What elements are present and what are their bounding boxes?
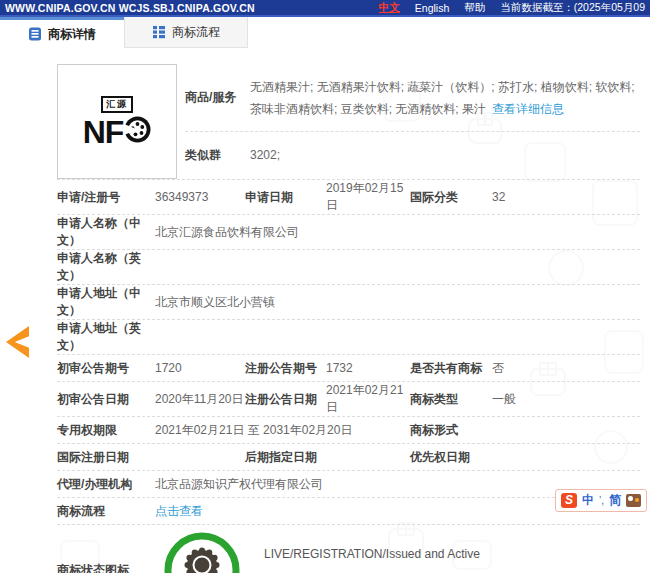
field-value: 2020年11月20日 [155,391,245,408]
field-label: 申请/注册号 [57,189,155,206]
tab-trademark-process[interactable]: 商标流程 [124,17,248,48]
field-label: 注册公告期号 [245,360,326,377]
goods-services-label: 商品/服务 [185,89,250,106]
field-label: 申请人地址（英文） [57,320,155,354]
field-label: 申请人地址（中文） [57,285,155,319]
field-label: 国际注册日期 [57,449,155,466]
fruit-slice-c-icon [123,116,151,148]
field-label: 初审公告期号 [57,360,155,377]
field-value: 否 [492,360,640,377]
field-label: 注册公告日期 [245,391,326,408]
field-label: 申请日期 [245,189,326,206]
similar-group-value: 3202; [250,144,640,166]
field-value: 2021年02月21日 至 2031年02月20日 [155,422,410,439]
status-line-english: LIVE/REGISTRATION/Issued and Active [264,547,480,561]
table-row: 国际注册日期 后期指定日期 优先权日期 [57,444,640,471]
tab-trademark-details[interactable]: 商标详情 [0,17,124,48]
table-row: 申请人名称（中文） 北京汇源食品饮料有限公司 [57,215,640,250]
table-row: 代理/办理机构 北京品源知识产权代理有限公司 [57,471,640,498]
similar-group-label: 类似群 [185,147,250,164]
help-link[interactable]: 帮助 [464,1,485,15]
document-icon [28,27,42,41]
table-row: 专用权期限 2021年02月21日 至 2031年02月20日 商标形式 [57,417,640,444]
table-row: 商标流程 点击查看 [57,498,640,525]
field-value: 北京汇源食品饮料有限公司 [155,224,640,241]
registered-medal-icon [163,531,241,573]
ime-skin-icon[interactable] [626,494,641,507]
ime-punctuation-toggle[interactable]: ’, [599,495,604,506]
info-table: 申请/注册号 36349373 申请日期 2019年02月15日 国际分类 32… [57,179,640,525]
field-label: 申请人名称（中文） [57,215,155,249]
field-label: 后期指定日期 [245,449,326,466]
lang-chinese-link[interactable]: 中文 [379,1,400,15]
field-value: 1732 [326,361,410,375]
huiyuan-logo: 汇源 [101,96,133,113]
field-value: 2019年02月15日 [326,180,410,214]
field-label: 是否共有商标 [410,360,492,377]
field-label: 申请人名称（英文） [57,250,155,284]
goods-services-value: 无酒精果汁; 无酒精果汁饮料; 蔬菜汁（饮料）; 苏打水; 植物饮料; 软饮料;… [250,76,640,120]
trademark-status-row: 商标状态图标 LIVE/REGIST [57,525,650,573]
field-value: 2021年02月21日 [326,382,410,416]
field-label: 优先权日期 [410,449,492,466]
field-label: 初审公告日期 [57,391,155,408]
status-label: 商标状态图标 [57,562,155,573]
table-row: 申请/注册号 36349373 申请日期 2019年02月15日 国际分类 32 [57,180,640,215]
ime-simplified-toggle[interactable]: 简 [609,492,621,509]
topbar: WWW.CNIPA.GOV.CN WCJS.SBJ.CNIPA.GOV.CN 中… [0,0,650,17]
data-cutoff-date: 当前数据截至：(2025年05月09 [500,1,645,15]
tab-label: 商标详情 [48,26,96,43]
field-value: 北京市顺义区北小营镇 [155,294,640,311]
site-url: WWW.CNIPA.GOV.CN WCJS.SBJ.CNIPA.GOV.CN [5,2,255,14]
sogou-ime-bar[interactable]: S 中 ’, 简 [555,489,647,512]
view-details-link[interactable]: 查看详细信息 [492,102,564,116]
field-label: 国际分类 [410,189,492,206]
tab-label: 商标流程 [172,24,220,41]
tab-bar: 商标详情 商标流程 [0,17,650,48]
field-label: 代理/办理机构 [57,476,155,493]
field-label: 专用权期限 [57,422,155,439]
field-value: 1720 [155,361,245,375]
table-row: 初审公告期号 1720 注册公告期号 1732 是否共有商标 否 [57,355,640,382]
nfc-logo: NF [83,116,152,148]
ime-chinese-mode[interactable]: 中 [582,492,594,509]
table-row: 申请人地址（中文） 北京市顺义区北小营镇 [57,285,640,320]
field-label: 商标类型 [410,391,492,408]
table-row: 申请人名称（英文） [57,250,640,285]
table-row: 初审公告日期 2020年11月20日 注册公告日期 2021年02月21日 商标… [57,382,640,417]
field-value: 一般 [492,391,640,408]
table-row: 申请人地址（英文） [57,320,640,355]
field-label: 商标流程 [57,503,155,520]
trademark-image: 汇源 NF [57,64,177,179]
field-value: 36349373 [155,190,245,204]
sogou-logo-icon[interactable]: S [561,493,577,508]
lang-english-link[interactable]: English [415,2,449,14]
trademark-detail-panel: 汇源 NF 商品/服务 无酒精果汁; 无酒精果汁饮料; 蔬菜汁（饮料）; 苏打水… [0,64,650,573]
list-icon [152,25,166,39]
field-value: 32 [492,190,640,204]
field-label: 商标形式 [410,422,492,439]
